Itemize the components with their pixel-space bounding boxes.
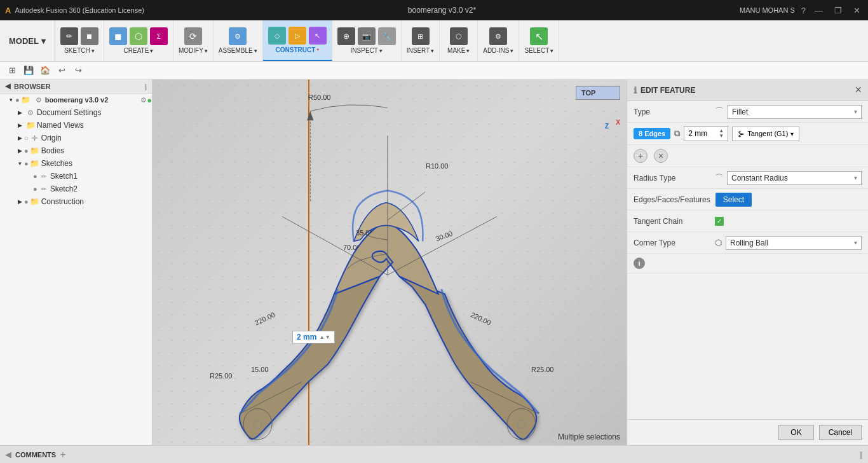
- sketch2-name: Sketch2: [50, 184, 152, 193]
- edges-input[interactable]: 2 mm ▲ ▼: [684, 126, 728, 141]
- assemble-menu[interactable]: ⚙ ASSEMBLE ▾: [214, 20, 263, 61]
- sketch1-icon: ✏: [39, 171, 49, 181]
- construct-icon: ◇: [268, 27, 286, 45]
- sketch2-visibility-icon[interactable]: ●: [33, 185, 37, 193]
- bodies-visibility-icon[interactable]: ●: [24, 147, 29, 155]
- sketches-visibility-icon[interactable]: ●: [24, 160, 29, 167]
- sketch-stop-icon: ⏹: [81, 27, 98, 45]
- home-button[interactable]: 🏠: [38, 64, 52, 78]
- edges-copy-icon[interactable]: ⧉: [674, 128, 680, 139]
- sketches-arrow: ▾: [15, 160, 24, 167]
- addins-menu[interactable]: ⚙ ADD-INS ▾: [478, 20, 519, 61]
- browser-doc-settings[interactable]: ▶ ⚙ Document Settings: [0, 106, 152, 119]
- view-cube-top[interactable]: TOP: [576, 86, 620, 100]
- grid-button[interactable]: ⊞: [5, 64, 19, 78]
- create-menu[interactable]: ◼ ⬡ Σ CREATE ▾: [104, 20, 173, 61]
- tangent-icon: ⊱: [738, 129, 745, 139]
- select-menu[interactable]: ↖ SELECT ▾: [519, 20, 559, 61]
- origin-visibility-icon[interactable]: ○: [24, 134, 29, 142]
- cancel-button[interactable]: Cancel: [819, 425, 862, 440]
- title-left: A Autodesk Fusion 360 (Education License…: [5, 6, 144, 15]
- browser-bodies[interactable]: ▶ ● 📁 Bodies: [0, 144, 152, 157]
- status-bar: ◀ COMMENTS + ‖: [0, 445, 868, 463]
- save-button[interactable]: 💾: [22, 64, 36, 78]
- browser-collapse-icon[interactable]: ◀: [5, 82, 10, 90]
- browser-origin[interactable]: ▶ ○ ✛ Origin: [0, 132, 152, 144]
- remove-fillet-button[interactable]: ×: [654, 149, 668, 163]
- edges-input-value: 2 mm: [688, 129, 707, 138]
- stepper-down[interactable]: ▼: [719, 134, 724, 139]
- bodies-folder-icon: 📁: [30, 146, 40, 156]
- radius-type-select[interactable]: Constant Radius ▾: [727, 171, 862, 185]
- redo-button[interactable]: ↪: [71, 64, 85, 78]
- sketch-menu[interactable]: ✏ ⏹ SKETCH ▾: [55, 20, 104, 61]
- r50-label: R50.00: [308, 93, 330, 101]
- model-caret: ▾: [41, 36, 46, 46]
- app-icon: A: [5, 6, 11, 15]
- radius-type-label: Radius Type: [634, 174, 710, 183]
- bodies-name: Bodies: [41, 146, 152, 155]
- create-icon3: Σ: [150, 27, 168, 45]
- construction-arrow: ▶: [15, 198, 24, 205]
- browser-construction[interactable]: ▶ ● 📁 Construction: [0, 195, 152, 208]
- model-menu[interactable]: MODEL ▾: [0, 20, 55, 61]
- title-right: MANU MOHAN S ? — ❐ ✕: [740, 6, 863, 15]
- tangent-chain-checkbox[interactable]: ✓: [715, 217, 724, 226]
- sketch-label: SKETCH ▾: [64, 47, 95, 54]
- type-select[interactable]: Fillet ▾: [728, 105, 862, 119]
- select-label: SELECT ▾: [524, 47, 553, 54]
- panel-title-text: EDIT FEATURE: [641, 86, 695, 95]
- add-comment-icon[interactable]: +: [60, 449, 65, 460]
- select-button[interactable]: Select: [715, 193, 752, 207]
- minimize-button[interactable]: —: [812, 6, 825, 15]
- browser-sketch1[interactable]: ● ✏ Sketch1: [0, 170, 152, 183]
- collapse-panel-icon[interactable]: ◀: [5, 450, 11, 459]
- undo-button[interactable]: ↩: [55, 64, 69, 78]
- viewport[interactable]: R50.00 R10.00 35.0° 70.0° 220.00 220.00 …: [153, 79, 627, 445]
- construct-menu[interactable]: ◇ ▷ ↖ CONSTRUCT *: [263, 20, 332, 61]
- close-button[interactable]: ✕: [851, 6, 863, 15]
- edges-value-full: 8 Edges ⧉ 2 mm ▲ ▼ ⊱ Tangent (G1) ▾: [634, 126, 862, 141]
- create-icon2: ⬡: [130, 27, 147, 45]
- make-menu[interactable]: ⬡ MAKE ▾: [440, 20, 478, 61]
- browser-named-views[interactable]: ▶ 📁 Named Views: [0, 119, 152, 132]
- browser-header[interactable]: ◀ BROWSER |: [0, 79, 152, 93]
- root-settings-icon[interactable]: ⚙: [140, 96, 147, 104]
- construction-visibility-icon[interactable]: ●: [24, 198, 29, 205]
- browser-sketches[interactable]: ▾ ● 📁 Sketches: [0, 157, 152, 170]
- browser-root-item[interactable]: ▾ ● 📁 ⚙ boomerang v3.0 v2 ⚙ ●: [0, 93, 152, 106]
- insert-menu[interactable]: ⊞ INSERT ▾: [402, 20, 440, 61]
- corner-type-select[interactable]: Rolling Ball ▾: [726, 236, 862, 250]
- help-icon[interactable]: ?: [801, 6, 806, 15]
- input-popup-value: 2 mm: [297, 333, 316, 342]
- browser-sketch2[interactable]: ● ✏ Sketch2: [0, 183, 152, 195]
- d15-label: 15.00: [251, 366, 269, 373]
- browser-pin-icon[interactable]: |: [145, 83, 147, 90]
- r25-left-label: R25.00: [210, 372, 232, 380]
- modify-menu[interactable]: ⟳ MODIFY ▾: [173, 20, 214, 61]
- edges-badge[interactable]: 8 Edges: [634, 128, 670, 139]
- r50-dim-arc: [310, 105, 388, 111]
- maximize-button[interactable]: ❐: [832, 6, 844, 15]
- root-visibility-icon[interactable]: ●: [15, 96, 20, 104]
- main-area: ◀ BROWSER | ▾ ● 📁 ⚙ boomerang v3.0 v2 ⚙ …: [0, 79, 868, 445]
- panel-info-icon: i: [634, 258, 645, 269]
- sketch1-visibility-icon[interactable]: ●: [33, 172, 37, 180]
- origin-name: Origin: [41, 134, 152, 142]
- view-cube[interactable]: TOP X Z: [576, 86, 620, 130]
- edges-stepper[interactable]: ▲ ▼: [719, 128, 724, 139]
- edit-feature-panel: ℹ EDIT FEATURE × Type ⌒ Fillet ▾ 8 Edges…: [627, 79, 868, 445]
- sketch2-icon: ✏: [39, 184, 49, 194]
- type-row: Type ⌒ Fillet ▾: [627, 101, 868, 123]
- fillet-icon: ⌒: [715, 106, 724, 118]
- dimension-input-popup[interactable]: 2 mm ▲▼: [292, 331, 335, 343]
- add-fillet-button[interactable]: +: [634, 149, 648, 163]
- ok-button[interactable]: OK: [778, 425, 813, 440]
- status-collapse-icon[interactable]: ‖: [859, 450, 863, 459]
- tangent-button[interactable]: ⊱ Tangent (G1) ▾: [732, 127, 799, 141]
- input-popup-arrows[interactable]: ▲▼: [319, 334, 330, 340]
- inspect-menu[interactable]: ⊕ 📷 🔧 INSPECT ▾: [332, 20, 402, 61]
- panel-expand-arrows[interactable]: ×: [855, 83, 862, 97]
- radius-type-caret-icon: ▾: [854, 174, 857, 181]
- type-caret-icon: ▾: [854, 108, 857, 115]
